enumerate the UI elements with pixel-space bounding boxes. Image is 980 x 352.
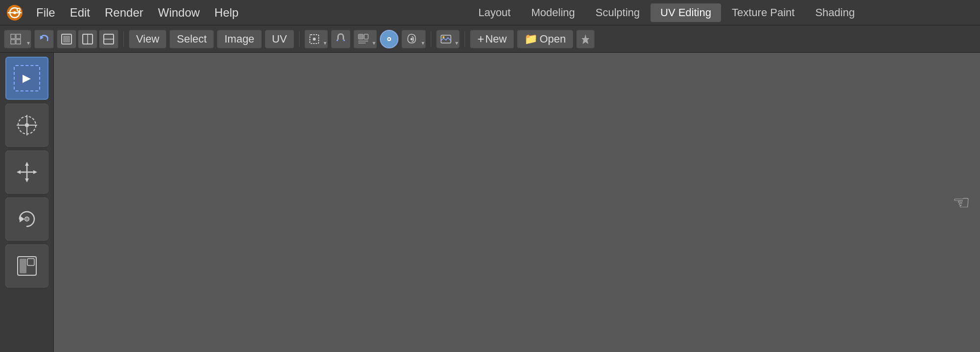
main-area: ☜: [0, 53, 980, 352]
tab-sculpting[interactable]: Sculpting: [586, 3, 650, 22]
image-display-icon: [440, 33, 452, 45]
svg-rect-7: [16, 34, 21, 39]
svg-rect-45: [27, 259, 34, 265]
svg-rect-8: [11, 40, 15, 44]
view-split-v-icon: [81, 33, 94, 45]
sep-3: [431, 31, 431, 47]
view-single-icon: [60, 33, 73, 45]
blender-logo[interactable]: [4, 2, 25, 23]
view-mode-split-h[interactable]: [99, 30, 118, 48]
tool-move[interactable]: [5, 151, 48, 194]
folder-icon: 📁: [524, 33, 537, 45]
tab-modeling[interactable]: Modeling: [521, 3, 584, 22]
svg-point-18: [313, 38, 316, 41]
svg-point-5: [18, 9, 20, 11]
svg-point-26: [388, 38, 390, 40]
menu-help[interactable]: Help: [208, 4, 245, 22]
select-menu-button[interactable]: Select: [169, 30, 214, 48]
svg-rect-9: [16, 40, 21, 44]
image-menu-button[interactable]: Image: [217, 30, 261, 48]
svg-point-29: [443, 36, 444, 38]
menu-window[interactable]: Window: [151, 4, 207, 22]
proportional-edit-icon: [405, 32, 419, 46]
tool-snap[interactable]: [5, 244, 48, 287]
tool-cursor[interactable]: [5, 104, 48, 147]
svg-rect-21: [358, 34, 363, 39]
sep-1: [123, 31, 124, 47]
tab-uv-editing[interactable]: UV Editing: [651, 3, 721, 22]
svg-rect-12: [63, 36, 70, 43]
tool-rotate[interactable]: [5, 198, 48, 241]
rotate-icon: [14, 206, 40, 232]
plus-icon: +: [477, 32, 484, 46]
proportional-editing-button[interactable]: [401, 30, 426, 48]
view-mode-group: [57, 30, 118, 48]
view-split-h-icon: [102, 33, 115, 45]
svg-point-3: [13, 11, 16, 14]
left-sidebar: [0, 53, 54, 352]
select-box-icon: [14, 65, 40, 91]
menu-items: File Edit Render Window Help: [29, 4, 245, 22]
display-mode-selector[interactable]: [353, 30, 377, 48]
sep-2: [299, 31, 300, 47]
undo-icon: [38, 33, 50, 45]
display-mode-icon: [357, 33, 370, 45]
tab-texture-paint[interactable]: Texture Paint: [722, 3, 804, 22]
open-image-button[interactable]: 📁 Open: [517, 30, 573, 48]
center-viewport[interactable]: ☜: [54, 53, 980, 352]
view-menu-button[interactable]: View: [129, 30, 166, 48]
new-image-button[interactable]: + New: [470, 30, 514, 48]
pin-button[interactable]: [576, 30, 595, 48]
magnet-icon: [334, 33, 347, 45]
menu-render[interactable]: Render: [98, 4, 150, 22]
view-mode-split-v[interactable]: [78, 30, 97, 48]
snap-tool-icon: [14, 253, 40, 279]
svg-rect-44: [20, 259, 26, 273]
toolbar-bar: View Select Image UV: [0, 25, 980, 53]
workspace-tabs: Layout Modeling Sculpting UV Editing Tex…: [468, 3, 864, 22]
menu-edit[interactable]: Edit: [63, 4, 97, 22]
open-label: Open: [539, 33, 566, 45]
svg-marker-39: [33, 170, 37, 174]
top-menu-bar: File Edit Render Window Help Layout Mode…: [0, 0, 980, 25]
svg-marker-37: [17, 170, 21, 174]
uv-menu-button[interactable]: UV: [265, 30, 295, 48]
pivot-icon: [384, 34, 394, 44]
tab-layout[interactable]: Layout: [468, 3, 520, 22]
svg-marker-36: [25, 178, 29, 182]
tool-select-box[interactable]: [5, 57, 48, 100]
image-display-mode[interactable]: [436, 30, 460, 48]
svg-rect-22: [364, 34, 368, 39]
pivot-selector[interactable]: [380, 30, 398, 48]
svg-marker-34: [25, 162, 29, 166]
frame-selector[interactable]: [304, 30, 328, 48]
editor-type-selector[interactable]: [4, 30, 31, 48]
sep-4: [465, 31, 465, 47]
pin-icon: [580, 33, 591, 45]
crosshair-icon: [14, 112, 40, 138]
menu-file[interactable]: File: [29, 4, 62, 22]
hand-cursor-indicator: ☜: [953, 191, 970, 214]
snap-button[interactable]: [331, 30, 350, 48]
new-label: New: [485, 33, 507, 45]
undo-button[interactable]: [34, 30, 54, 48]
uv-editor-icon: [10, 33, 22, 45]
tab-shading[interactable]: Shading: [805, 3, 864, 22]
move-icon: [14, 159, 40, 185]
frame-icon: [308, 33, 321, 45]
svg-marker-40: [20, 216, 24, 222]
view-mode-single[interactable]: [57, 30, 76, 48]
svg-point-27: [411, 38, 413, 40]
svg-rect-6: [11, 34, 15, 39]
svg-point-42: [26, 219, 27, 220]
